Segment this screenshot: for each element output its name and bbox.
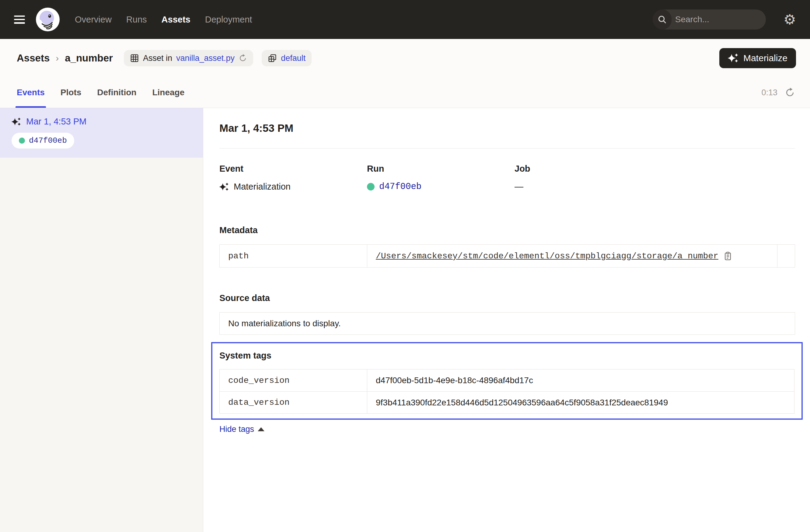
event-detail-pane: Mar 1, 4:53 PM Event Materialization	[203, 108, 810, 532]
event-column-header: Event	[220, 164, 367, 174]
materialization-sparkle-icon	[12, 117, 21, 127]
materialize-button[interactable]: Materialize	[719, 48, 796, 68]
metadata-table: path /Users/smackesey/stm/code/elementl/…	[220, 244, 795, 268]
settings-gear-icon[interactable]: ⚙	[783, 13, 796, 27]
job-column-header: Job	[515, 164, 795, 174]
asset-events-page: Overview Runs Assets Deployment / ⚙ Asse…	[0, 0, 810, 532]
tag-value: d47f00eb-5d1b-4e9e-b18c-4896af4bd17c	[367, 370, 794, 391]
search-input[interactable]	[671, 15, 766, 25]
tab-events[interactable]: Events	[17, 77, 45, 108]
run-id-link[interactable]: d47f00eb	[379, 182, 421, 192]
materialization-sparkle-icon	[220, 182, 229, 192]
top-nav: Overview Runs Assets Deployment / ⚙	[0, 0, 810, 39]
tag-key: code_version	[220, 370, 367, 391]
event-summary-table: Event Materialization Run d47f0	[220, 164, 795, 192]
source-data-heading: Source data	[220, 293, 795, 303]
table-row: data_version 9f3b411a390fd22e158d446d5d1…	[220, 391, 794, 413]
breadcrumb-separator: ›	[56, 53, 59, 63]
copy-to-clipboard-icon[interactable]	[723, 252, 732, 260]
run-id-badge[interactable]: d47f00eb	[12, 133, 74, 148]
run-status-dot	[19, 138, 25, 144]
nav-links: Overview Runs Assets Deployment	[75, 15, 252, 25]
table-row: code_version d47f00eb-5d1b-4e9e-b18c-489…	[220, 370, 794, 391]
tag-value: 9f3b411a390fd22e158d446d5d12504963596aa6…	[367, 392, 794, 413]
tab-plots[interactable]: Plots	[61, 77, 81, 108]
repository-link[interactable]: default	[281, 53, 306, 63]
repository-badge[interactable]: default	[262, 50, 312, 66]
run-status-dot	[367, 183, 375, 191]
run-id-label: d47f00eb	[29, 136, 67, 145]
event-title: Mar 1, 4:53 PM	[220, 122, 795, 134]
dagster-logo-icon[interactable]	[36, 7, 60, 31]
metadata-path-link[interactable]: /Users/smackesey/stm/code/elementl/oss/t…	[376, 252, 718, 261]
refresh-icon[interactable]	[785, 87, 795, 98]
event-type-label: Materialization	[234, 182, 291, 192]
reload-code-icon[interactable]	[239, 54, 247, 62]
tab-bar: Events Plots Definition Lineage 0:13	[0, 77, 810, 108]
hide-tags-link[interactable]: Hide tags	[220, 424, 264, 434]
event-list-item-selected[interactable]: Mar 1, 4:53 PM d47f00eb	[0, 108, 203, 158]
divider	[220, 148, 795, 148]
tab-definition[interactable]: Definition	[97, 77, 136, 108]
asset-badge-prefix: Asset in	[143, 53, 172, 63]
source-data-empty-state: No materializations to display.	[220, 312, 795, 335]
search-box[interactable]: /	[653, 10, 766, 30]
materialize-label: Materialize	[743, 53, 788, 63]
metadata-heading: Metadata	[220, 225, 795, 235]
breadcrumb-assets[interactable]: Assets	[17, 52, 50, 64]
system-tags-heading: System tags	[220, 351, 794, 361]
hamburger-menu-icon[interactable]	[14, 16, 25, 24]
asset-grid-icon	[130, 53, 139, 63]
refresh-countdown: 0:13	[761, 88, 777, 97]
nav-item-runs[interactable]: Runs	[126, 15, 147, 25]
metadata-action-cell	[777, 245, 795, 267]
nav-item-overview[interactable]: Overview	[75, 15, 112, 25]
asset-definition-badge[interactable]: Asset in vanilla_asset.py	[124, 50, 253, 66]
event-list-sidebar: Mar 1, 4:53 PM d47f00eb	[0, 108, 203, 532]
event-timestamp-link[interactable]: Mar 1, 4:53 PM	[26, 116, 86, 127]
repository-icon	[268, 53, 277, 63]
run-column-header: Run	[367, 164, 515, 174]
breadcrumb-asset-name: a_number	[65, 52, 113, 64]
asset-file-link[interactable]: vanilla_asset.py	[176, 53, 234, 63]
system-tags-table: code_version d47f00eb-5d1b-4e9e-b18c-489…	[220, 369, 794, 414]
tag-key: data_version	[220, 392, 367, 413]
sparkles-icon	[728, 53, 739, 64]
search-icon	[653, 10, 671, 30]
system-tags-section-highlighted: System tags code_version d47f00eb-5d1b-4…	[211, 342, 803, 420]
nav-item-assets[interactable]: Assets	[162, 15, 191, 25]
tab-lineage[interactable]: Lineage	[152, 77, 184, 108]
metadata-key: path	[220, 245, 367, 267]
page-header: Assets › a_number Asset in vanilla_asset…	[0, 39, 810, 77]
caret-up-icon	[258, 427, 264, 431]
job-value: —	[515, 182, 523, 192]
nav-item-deployment[interactable]: Deployment	[205, 15, 252, 25]
